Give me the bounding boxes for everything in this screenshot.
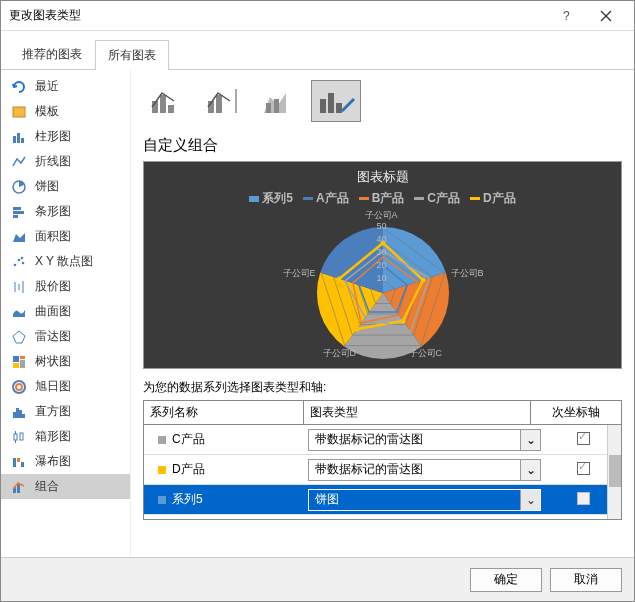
cancel-button[interactable]: 取消 [550, 568, 622, 592]
combo-thumb-custom[interactable] [311, 80, 361, 122]
help-button[interactable]: ? [546, 2, 586, 30]
tab-recommended[interactable]: 推荐的图表 [9, 39, 95, 69]
series-section-label: 为您的数据系列选择图表类型和轴: [143, 379, 622, 396]
close-button[interactable] [586, 2, 626, 30]
sidebar-item-surface[interactable]: 曲面图 [1, 299, 130, 324]
series-row-selected[interactable]: 系列5 饼图⌄ [144, 485, 621, 515]
svg-rect-40 [160, 95, 166, 113]
sidebar-item-tree[interactable]: 树状图 [1, 349, 130, 374]
svg-rect-29 [22, 414, 25, 418]
chevron-down-icon: ⌄ [520, 490, 540, 510]
grid-header-name: 系列名称 [144, 401, 304, 424]
svg-point-63 [400, 319, 405, 324]
combo-thumb-3[interactable] [255, 80, 305, 122]
secondary-axis-checkbox-disabled [577, 492, 590, 505]
svg-rect-5 [17, 133, 20, 143]
sidebar-item-area[interactable]: 面积图 [1, 224, 130, 249]
svg-rect-41 [168, 105, 174, 113]
svg-rect-33 [20, 433, 23, 440]
sidebar-item-line[interactable]: 折线图 [1, 149, 130, 174]
chart-type-sidebar: 最近 模板 柱形图 折线图 饼图 条形图 面积图 X Y 散点图 股价图 曲面图… [1, 70, 131, 557]
svg-rect-47 [274, 99, 279, 113]
sidebar-item-combo[interactable]: 组合 [1, 474, 130, 499]
sunburst-icon [11, 379, 27, 395]
svg-rect-9 [13, 211, 24, 214]
secondary-axis-checkbox[interactable] [577, 462, 590, 475]
preview-title: 图表标题 [357, 168, 409, 186]
sidebar-item-template[interactable]: 模板 [1, 99, 130, 124]
recent-icon [11, 79, 27, 95]
line-icon [11, 154, 27, 170]
chart-preview: 图表标题 系列5 A产品 B产品 C产品 D产品 [143, 161, 622, 369]
chevron-down-icon: ⌄ [520, 430, 540, 450]
dialog-footer: 确定 取消 [1, 557, 634, 601]
series-row[interactable]: C产品 带数据标记的雷达图⌄ [144, 425, 621, 455]
series-row[interactable]: D产品 带数据标记的雷达图⌄ [144, 455, 621, 485]
chart-type-dropdown[interactable]: 饼图⌄ [308, 489, 541, 511]
svg-point-62 [420, 278, 425, 283]
sidebar-item-radar[interactable]: 雷达图 [1, 324, 130, 349]
svg-point-64 [354, 327, 359, 332]
svg-line-51 [342, 99, 354, 111]
stock-icon [11, 279, 27, 295]
series-grid: 系列名称 图表类型 次坐标轴 C产品 带数据标记的雷达图⌄ D产品 带数据标记的… [143, 400, 622, 520]
sidebar-item-sunburst[interactable]: 旭日图 [1, 374, 130, 399]
svg-rect-8 [13, 207, 21, 210]
combo-thumb-1[interactable] [143, 80, 193, 122]
combo-subtype-thumbs [143, 80, 622, 122]
sidebar-item-histogram[interactable]: 直方图 [1, 399, 130, 424]
scatter-icon [11, 254, 27, 270]
svg-rect-30 [14, 434, 17, 440]
series-color-swatch [158, 496, 166, 504]
preview-legend: 系列5 A产品 B产品 C产品 D产品 [249, 190, 515, 207]
chart-type-dropdown[interactable]: 带数据标记的雷达图⌄ [308, 429, 541, 451]
svg-rect-46 [266, 103, 271, 113]
sidebar-item-bar[interactable]: 条形图 [1, 199, 130, 224]
bar-icon [11, 204, 27, 220]
sidebar-item-box[interactable]: 箱形图 [1, 424, 130, 449]
sidebar-item-waterfall[interactable]: 瀑布图 [1, 449, 130, 474]
svg-rect-38 [17, 484, 20, 493]
box-icon [11, 429, 27, 445]
tabs: 推荐的图表 所有图表 [1, 31, 634, 70]
svg-text:?: ? [563, 10, 570, 22]
svg-point-12 [14, 263, 17, 266]
svg-point-13 [18, 258, 21, 261]
svg-point-65 [336, 277, 341, 282]
section-title: 自定义组合 [143, 136, 622, 155]
svg-rect-10 [13, 215, 18, 218]
ok-button[interactable]: 确定 [470, 568, 542, 592]
svg-point-15 [21, 256, 24, 259]
scrollbar[interactable] [607, 425, 621, 519]
sidebar-item-stock[interactable]: 股价图 [1, 274, 130, 299]
svg-marker-11 [13, 233, 25, 242]
pie-icon [11, 179, 27, 195]
secondary-axis-checkbox[interactable] [577, 432, 590, 445]
svg-rect-28 [19, 410, 22, 418]
template-icon [11, 104, 27, 120]
sidebar-item-recent[interactable]: 最近 [1, 74, 130, 99]
tab-all[interactable]: 所有图表 [95, 40, 169, 70]
svg-rect-26 [13, 412, 16, 418]
histogram-icon [11, 404, 27, 420]
surface-icon [11, 304, 27, 320]
waterfall-icon [11, 454, 27, 470]
combo-icon [11, 479, 27, 495]
svg-rect-20 [13, 356, 19, 362]
grid-header-axis: 次坐标轴 [531, 401, 621, 424]
svg-rect-34 [13, 458, 16, 467]
svg-rect-35 [17, 458, 20, 462]
svg-point-14 [22, 261, 25, 264]
scrollbar-thumb[interactable] [609, 455, 621, 487]
svg-rect-4 [13, 136, 16, 143]
sidebar-item-scatter[interactable]: X Y 散点图 [1, 249, 130, 274]
main-panel: 自定义组合 图表标题 系列5 A产品 B产品 C产品 D产品 [131, 70, 634, 557]
svg-rect-50 [336, 103, 342, 113]
window-title: 更改图表类型 [9, 7, 546, 24]
chart-type-dropdown[interactable]: 带数据标记的雷达图⌄ [308, 459, 541, 481]
sidebar-item-column[interactable]: 柱形图 [1, 124, 130, 149]
sidebar-item-pie[interactable]: 饼图 [1, 174, 130, 199]
combo-thumb-2[interactable] [199, 80, 249, 122]
svg-rect-43 [216, 95, 222, 113]
chevron-down-icon: ⌄ [520, 460, 540, 480]
